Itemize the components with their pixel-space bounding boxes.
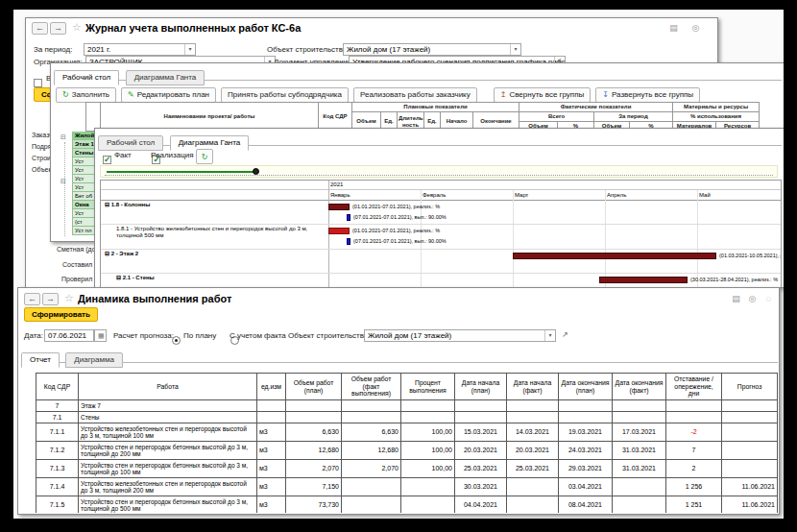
gantt-bar[interactable] <box>599 277 688 283</box>
forward-button[interactable]: → <box>42 293 59 305</box>
report-cell: -2 <box>666 423 722 442</box>
report-cell: Стены <box>79 412 257 423</box>
tree-expander-icon[interactable]: ⊟ <box>60 133 66 141</box>
report-cell: 29.03.2021 <box>559 460 613 478</box>
toolbar-button-1[interactable]: ↻Заполнить <box>56 87 116 103</box>
report-cell: Устройство железобетонных стен и перегор… <box>79 423 257 442</box>
report-cell: 03.04.2021 <box>559 478 613 496</box>
report-row[interactable]: 7.1Стены <box>36 412 778 423</box>
gantt-month-row: ЯнварьФевральМартАпрельМай <box>101 190 781 201</box>
report-row[interactable]: 7.1.2Устройство стен и перегородок бетон… <box>36 442 778 460</box>
gantt-month-label: Май <box>699 192 711 198</box>
object-value: Жилой дом (17 этажей) <box>368 331 451 340</box>
report-settings-icon[interactable]: ▤ <box>667 23 680 33</box>
gantt-bar-label: (30.03.2021-28.04.2021), реализ.: % <box>690 277 778 282</box>
report-cell <box>455 400 507 412</box>
report-cell: 100,00 <box>401 423 455 442</box>
tab-diagram[interactable]: Диаграмма <box>65 352 123 368</box>
gantt-bar[interactable] <box>328 228 350 234</box>
toolbar-button-2[interactable]: ✎Редактировать план <box>121 87 216 103</box>
report-cell <box>401 412 455 423</box>
gantt-bar[interactable] <box>513 253 716 259</box>
slider-handle[interactable] <box>253 168 259 175</box>
report-cell: 7,150 <box>286 478 342 496</box>
report-row[interactable]: 7.1.5Устройство стен и перегородок бетон… <box>36 496 778 514</box>
gantt-bar[interactable] <box>347 238 350 245</box>
report-cell: 7 <box>666 442 722 460</box>
back-button[interactable]: ← <box>32 22 48 35</box>
gantt-refresh-button[interactable]: ↻ <box>196 149 213 164</box>
more-menu-icon[interactable]: ◎ <box>689 23 702 33</box>
report-cell <box>507 496 559 514</box>
gantt-bar-label: (07.01.2021-07.01.2021), вып.: 90.00% <box>353 238 447 244</box>
object-field[interactable]: Жилой дом (17 этажей) ▾ <box>364 329 556 342</box>
fact-total-header: Всего <box>519 112 594 122</box>
dropdown-arrow-icon[interactable]: ▾ <box>510 44 520 55</box>
toolbar-button-label: Редактировать план <box>137 90 209 99</box>
find-icon[interactable]: ◌ <box>762 294 775 303</box>
favorite-star-icon[interactable]: ☆ <box>64 292 74 304</box>
report-header-cell: Работа <box>79 374 257 400</box>
report-cell <box>455 412 507 423</box>
radio-by-plan[interactable] <box>172 336 181 345</box>
back-button[interactable]: ← <box>24 293 40 305</box>
report-header-cell: Объем работ (план) <box>286 374 342 400</box>
gantt-month-label: Апрель <box>607 192 626 198</box>
report-cell <box>559 412 613 423</box>
date-field[interactable]: 07.06.2021 <box>44 329 94 342</box>
report-cell: 19.03.2021 <box>559 423 613 442</box>
selector-column-header <box>86 103 101 132</box>
report-cell: 1 251 <box>666 496 722 514</box>
report-cell: 7.1 <box>36 412 79 423</box>
gantt-bar-label: (01.01.2021-07.01.2021), реализ.: % <box>352 228 440 233</box>
period-field[interactable]: 2021 г. ▾ <box>84 43 196 56</box>
favorite-star-icon[interactable]: ☆ <box>72 21 82 34</box>
timeline-slider[interactable] <box>100 165 778 178</box>
gantt-row: ⊟ 2.1 - Стены(30.03.2021-28.04.2021), ре… <box>101 274 781 288</box>
report-row[interactable]: 7Этаж 7 <box>36 400 778 412</box>
report-row[interactable]: 7.1.1Устройство железобетонных стен и пе… <box>36 423 778 442</box>
expand-groups-icon: ↧ <box>602 90 609 99</box>
report-cell <box>401 478 455 496</box>
toolbar-button-label: Реализовать работы заказчику <box>360 90 471 99</box>
report-cell: 2,070 <box>342 460 401 478</box>
toolbar-button-3[interactable]: Принять работы субподрядчика <box>221 87 349 103</box>
object-field[interactable]: Жилой дом (17 этажей) ▾ <box>343 43 521 56</box>
gantt-row: ⊟ 2 - Этаж 2(01.03.2021-10.05.2021), реа… <box>101 250 781 274</box>
calendar-icon[interactable]: ▦ <box>94 329 107 342</box>
gantt-bar[interactable] <box>347 214 350 221</box>
toolbar-button-5[interactable]: ↥Свернуть все группы <box>494 87 592 103</box>
report-cell: 20.03.2021 <box>507 442 559 460</box>
report-cell <box>613 496 666 514</box>
slider-progress <box>107 171 254 173</box>
tab-report[interactable]: Отчет <box>21 352 60 368</box>
report-cell: 25.03.2021 <box>507 460 559 478</box>
forward-button[interactable]: → <box>50 22 66 35</box>
object-label: Объект строительства: <box>267 45 350 54</box>
report-cell <box>613 400 666 412</box>
open-link-icon[interactable]: ↗ <box>562 330 568 339</box>
report-header-row: Код СДРРаботаед.измОбъем работ (план)Объ… <box>36 374 778 400</box>
report-cell: 7.1.4 <box>36 478 79 496</box>
print-icon[interactable]: ◎ <box>746 294 759 303</box>
report-cell: 14.03.2021 <box>507 423 559 442</box>
report-cell: м3 <box>257 496 286 514</box>
dropdown-arrow-icon[interactable]: ▾ <box>184 44 195 55</box>
report-row[interactable]: 7.1.3Устройство стен и перегородок бетон… <box>36 460 778 478</box>
gantt-bar[interactable] <box>328 204 350 210</box>
materials-group-header: Материалы и ресурсы <box>673 103 760 112</box>
gantt-month-label: Январь <box>330 192 350 198</box>
toolbar-button-4[interactable]: Реализовать работы заказчику <box>353 87 477 103</box>
tab-desktop[interactable]: Рабочий стол <box>98 135 163 151</box>
dropdown-arrow-icon[interactable]: ▾ <box>544 330 555 341</box>
generate-button[interactable]: Сформировать <box>24 307 98 322</box>
toolbar-button-6[interactable]: ↧Развернуть все группы <box>595 87 700 103</box>
save-icon[interactable]: ▤ <box>730 294 742 303</box>
report-cell: 100,00 <box>401 442 455 460</box>
report-cell <box>257 400 286 412</box>
gantt-bar-label: (07.01.2021-07.01.2021), вып.: 90.00% <box>353 214 447 220</box>
output-checkbox[interactable] <box>34 79 42 87</box>
fact-checkbox[interactable] <box>103 156 111 164</box>
report-row[interactable]: 7.1.4Устройство железобетонных стен и пе… <box>36 478 778 496</box>
report-cell <box>507 412 559 423</box>
